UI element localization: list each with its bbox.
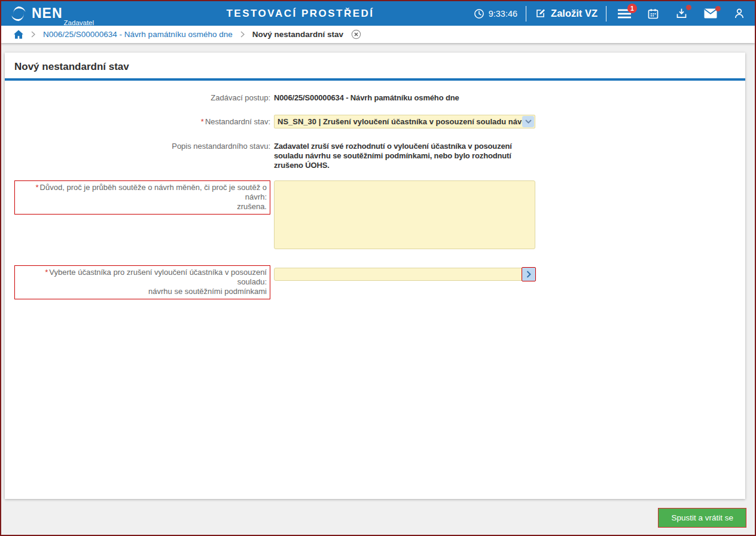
breadcrumb-procedure-link[interactable]: N006/25/S00000634 - Návrh památníku osmé… (43, 30, 233, 39)
home-icon[interactable] (14, 30, 23, 39)
downloads-button[interactable] (675, 7, 688, 20)
vyber-ucastnika-label: *Vyberte účastníka pro zrušení vyloučení… (14, 265, 270, 299)
form-row-popis: Popis nestandardního stavu: Zadavatel zr… (5, 142, 745, 170)
chevron-right-icon (526, 271, 531, 278)
popis-value: Zadavatel zruší své rozhodnutí o vylouče… (274, 142, 535, 170)
clock-icon (474, 8, 484, 19)
environment-title: TESTOVACÍ PROSTŘEDÍ (226, 8, 374, 20)
nestandardni-stav-select[interactable]: NS_SN_30 | Zrušení vyloučení účastníka v… (274, 115, 535, 128)
content-card: Nový nestandardní stav Zadávací postup: … (5, 53, 745, 499)
form-row-duvod: *Důvod, proč je průběh soutěže o návrh m… (5, 180, 745, 252)
breadcrumb-separator-icon (240, 31, 245, 38)
clock-time: 9:33:46 (489, 9, 517, 19)
form-row-nestandardni-stav: *Nestandardní stav: NS_SN_30 | Zrušení v… (5, 115, 745, 128)
form-row-zadavaci-postup: Zadávací postup: N006/25/S00000634 - Náv… (5, 93, 745, 103)
breadcrumb: N006/25/S00000634 - Návrh památníku osmé… (1, 26, 755, 43)
profile-button[interactable] (733, 7, 745, 20)
edit-icon (535, 8, 546, 19)
header-divider (526, 6, 526, 22)
downloads-notification-dot (686, 5, 691, 10)
duvod-label: *Důvod, proč je průběh soutěže o návrh m… (14, 180, 270, 215)
open-picker-button[interactable] (522, 267, 536, 281)
create-vz-label: Založit VZ (551, 8, 598, 19)
chevron-down-icon[interactable] (522, 116, 534, 127)
page-title: Nový nestandardní stav (5, 53, 745, 78)
popis-label: Popis nestandardního stavu: (14, 142, 270, 151)
top-header: NEN Zadavatel TESTOVACÍ PROSTŘEDÍ 9:33:4… (1, 1, 755, 26)
nestandardni-stav-selected-value: NS_SN_30 | Zrušení vyloučení účastníka v… (278, 117, 535, 127)
nonstandard-state-form: Zadávací postup: N006/25/S00000634 - Náv… (5, 81, 745, 299)
required-marker: * (45, 268, 48, 277)
required-marker: * (36, 183, 39, 192)
header-divider (606, 6, 606, 22)
nen-swirl-icon (10, 5, 28, 23)
app-window: NEN Zadavatel TESTOVACÍ PROSTŘEDÍ 9:33:4… (0, 0, 756, 536)
zadavaci-postup-value: N006/25/S00000634 - Návrh památníku osmé… (274, 93, 535, 103)
close-tab-icon[interactable] (351, 29, 361, 39)
brand-name: NEN (32, 7, 63, 20)
nestandardni-stav-label: *Nestandardní stav: (14, 115, 270, 127)
download-tray-icon (675, 7, 688, 20)
duvod-textarea[interactable] (274, 180, 535, 249)
vyber-ucastnika-input[interactable] (274, 268, 535, 281)
user-icon (733, 7, 745, 20)
calendar-icon (647, 8, 659, 20)
run-and-return-button[interactable]: Spustit a vrátit se (658, 508, 746, 528)
session-clock: 9:33:46 (474, 8, 517, 19)
nen-logo[interactable]: NEN Zadavatel (10, 5, 94, 23)
page-background: Nový nestandardní stav Zadávací postup: … (1, 43, 755, 535)
breadcrumb-current-page: Nový nestandardní stav (252, 30, 343, 39)
tasks-menu-button[interactable]: 1 (618, 8, 631, 19)
form-row-vyber-ucastnika: *Vyberte účastníka pro zrušení vyloučení… (5, 265, 745, 299)
breadcrumb-separator-icon (31, 31, 35, 38)
create-vz-button[interactable]: Založit VZ (535, 8, 598, 19)
calendar-button[interactable] (647, 8, 659, 20)
zadavaci-postup-label: Zadávací postup: (14, 93, 270, 103)
messages-button[interactable] (704, 8, 717, 19)
required-marker: * (201, 117, 204, 126)
messages-notification-dot (715, 6, 721, 11)
tasks-badge: 1 (627, 4, 637, 13)
